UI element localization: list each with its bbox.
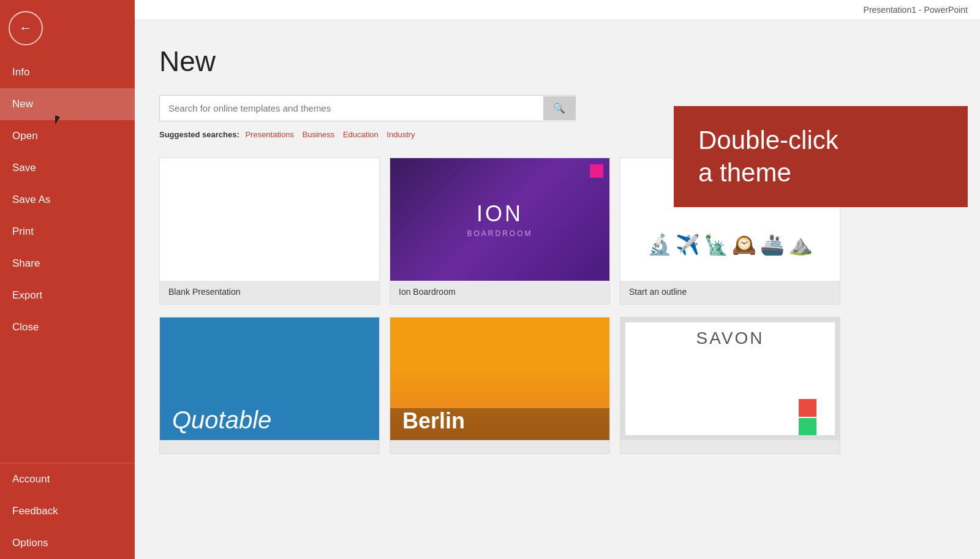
sidebar-item-info[interactable]: Info bbox=[0, 56, 135, 88]
savon-text: SAVON bbox=[696, 329, 764, 348]
template-label-quickstarter: Start an outline bbox=[620, 281, 840, 304]
sidebar-item-options[interactable]: Options bbox=[0, 527, 135, 559]
berlin-text: Berlin bbox=[390, 408, 609, 440]
sidebar-item-open[interactable]: Open bbox=[0, 120, 135, 152]
window-title: Presentation1 - PowerPoint bbox=[864, 5, 968, 15]
savon-sq-blue bbox=[799, 437, 816, 440]
template-thumb-quotable: Quotable bbox=[160, 318, 379, 440]
suggested-searches: Suggested searches: Presentations Busine… bbox=[159, 130, 956, 139]
title-bar: Presentation1 - PowerPoint bbox=[135, 0, 980, 20]
template-thumb-blank bbox=[160, 158, 379, 281]
template-thumb-ion: ION BOARDROOM bbox=[390, 158, 609, 281]
suggested-link-education[interactable]: Education bbox=[343, 130, 379, 139]
sidebar-bottom: Account Feedback Options bbox=[0, 463, 135, 559]
sidebar-item-save-as[interactable]: Save As bbox=[0, 184, 135, 216]
qs-icon-statue: 🗽 bbox=[704, 233, 728, 256]
sidebar-item-account[interactable]: Account bbox=[0, 463, 135, 495]
content-area: New Double-click a theme 🔍 Suggested sea… bbox=[135, 20, 980, 559]
sidebar-item-save[interactable]: Save bbox=[0, 152, 135, 184]
template-savon[interactable]: SAVON bbox=[620, 317, 840, 454]
sidebar-item-feedback[interactable]: Feedback bbox=[0, 495, 135, 527]
template-blank[interactable]: Blank Presentation bbox=[159, 158, 380, 305]
template-quickstarter[interactable]: QuickStarter 🔬 ✈️ 🗽 🕰️ 🚢 ⛰️ Start an out… bbox=[620, 158, 840, 305]
template-label-savon bbox=[620, 440, 840, 454]
sidebar-item-share[interactable]: Share bbox=[0, 248, 135, 280]
templates-row-2: Quotable Berlin SAVON bbox=[159, 317, 956, 454]
template-thumb-quickstarter: QuickStarter 🔬 ✈️ 🗽 🕰️ 🚢 ⛰️ bbox=[620, 158, 840, 281]
qs-icons: 🔬 ✈️ 🗽 🕰️ 🚢 ⛰️ bbox=[647, 207, 813, 256]
template-ion[interactable]: ION BOARDROOM Ion Boardroom bbox=[390, 158, 610, 305]
template-label-blank: Blank Presentation bbox=[160, 281, 379, 304]
quotable-text: Quotable bbox=[160, 406, 379, 440]
savon-corner bbox=[798, 398, 835, 435]
qs-icon-plane: ✈️ bbox=[676, 233, 700, 256]
template-thumb-berlin: Berlin bbox=[390, 318, 609, 440]
template-thumb-savon: SAVON bbox=[620, 318, 840, 440]
template-quotable[interactable]: Quotable bbox=[159, 317, 380, 454]
suggested-label: Suggested searches: bbox=[159, 130, 239, 139]
savon-sq-green bbox=[799, 418, 816, 436]
sidebar-nav: Info New Open Save Save As Print Share E… bbox=[0, 56, 135, 559]
ion-subtitle: BOARDROOM bbox=[467, 229, 532, 238]
main-content: Presentation1 - PowerPoint New Double-cl… bbox=[135, 0, 980, 559]
ion-title: ION bbox=[467, 201, 532, 227]
template-berlin[interactable]: Berlin bbox=[390, 317, 610, 454]
sidebar-item-new[interactable]: New bbox=[0, 88, 135, 120]
savon-sq-red bbox=[799, 399, 816, 417]
sidebar-item-export[interactable]: Export bbox=[0, 280, 135, 311]
qs-icon-microscope: 🔬 bbox=[647, 233, 672, 256]
template-label-ion: Ion Boardroom bbox=[390, 281, 609, 304]
suggested-link-business[interactable]: Business bbox=[303, 130, 335, 139]
search-button[interactable]: 🔍 bbox=[543, 96, 575, 120]
template-label-berlin bbox=[390, 440, 609, 454]
qs-icon-mountain: ⛰️ bbox=[788, 233, 813, 256]
ion-badge bbox=[590, 164, 603, 178]
sidebar: ← Info New Open Save Save As Print Share… bbox=[0, 0, 135, 559]
sidebar-item-print[interactable]: Print bbox=[0, 216, 135, 248]
search-bar: 🔍 bbox=[159, 95, 576, 121]
templates-row-1: Blank Presentation ION BOARDROOM Ion Boa… bbox=[159, 158, 956, 305]
search-input[interactable] bbox=[160, 96, 543, 121]
suggested-link-presentations[interactable]: Presentations bbox=[245, 130, 294, 139]
qs-icon-ship: 🚢 bbox=[760, 233, 785, 256]
template-label-quotable bbox=[160, 440, 379, 454]
qs-icon-clock: 🕰️ bbox=[732, 233, 756, 256]
qs-title: QuickStarter bbox=[682, 183, 778, 202]
sidebar-item-close[interactable]: Close bbox=[0, 311, 135, 343]
templates-grid: Blank Presentation ION BOARDROOM Ion Boa… bbox=[159, 158, 956, 454]
page-title: New bbox=[159, 45, 956, 78]
tooltip-line1: Double-click bbox=[698, 124, 943, 157]
ion-content: ION BOARDROOM bbox=[467, 201, 532, 238]
back-button[interactable]: ← bbox=[9, 11, 43, 45]
suggested-link-industry[interactable]: Industry bbox=[386, 130, 415, 139]
